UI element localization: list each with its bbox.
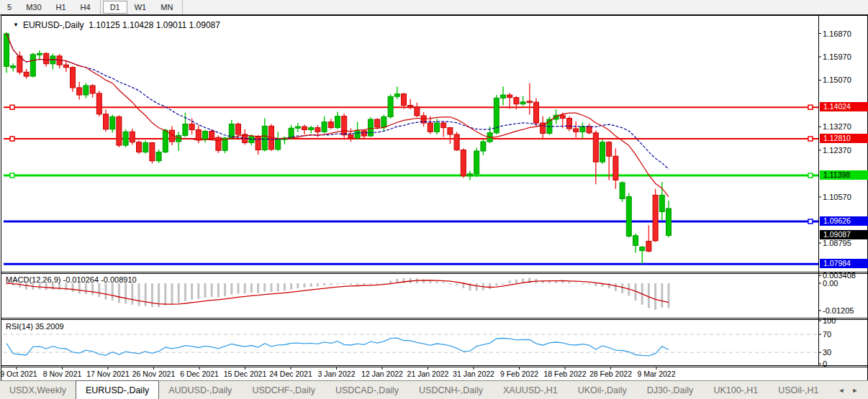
tab-uk100-h1[interactable]: UK100-,H1 [704,381,767,399]
macd-bar [449,283,451,285]
candle-body [143,142,148,152]
macd-bar [52,283,54,290]
macd-bar [304,283,306,288]
rsi-axis-tick: 30 [823,348,831,357]
candle-body [262,126,267,150]
candle-body [626,197,631,237]
candle-body [474,151,479,174]
timeframe-button-h1[interactable]: H1 [49,1,73,14]
candle-body [203,132,208,140]
tab-ukoil-daily[interactable]: UKOil-,Daily [569,381,636,399]
tab-dj30-daily[interactable]: DJ30-,Daily [638,381,703,399]
tab-usdcad-daily[interactable]: USDCAD-,Daily [326,381,408,399]
candle-body [355,131,360,138]
macd-axis-tick: -0.01205 [823,306,854,315]
macd-bar [323,283,325,285]
price-badge-1.09087: 1.09087 [820,230,868,239]
tab-usdchf-daily[interactable]: USDCHF-,Daily [243,381,325,399]
macd-bar [569,282,571,283]
macd-bar [151,283,153,307]
macd-bar [343,283,345,284]
candle-body [402,94,407,106]
timeframe-button-m30[interactable]: M30 [19,1,48,14]
tab-usoil-h1[interactable]: USOil-,H1 [769,381,828,399]
timeframe-button-w1[interactable]: W1 [127,1,154,14]
macd-bar [502,283,505,285]
candle-body [527,101,532,103]
macd-bar [462,283,464,288]
candle-body [90,86,95,93]
macd-bar [429,280,431,283]
macd-bar [515,280,517,283]
candle-body [468,174,473,176]
chart-canvas[interactable] [1,16,867,380]
price-axis-tick: 1.10570 [823,193,851,201]
candle-body [501,95,506,98]
timeframe-button-h4[interactable]: H4 [73,1,98,14]
timeframe-button-d1[interactable]: D1 [103,1,127,14]
candle-body [77,88,82,95]
candle-body [196,129,201,139]
macd-bar [489,283,491,289]
candle-body [633,236,638,246]
candle-body [342,116,347,135]
tabs-scroll-right-icon[interactable]: ► [851,387,858,394]
tab-usdx-weekly[interactable]: USDX,Weekly [0,381,76,399]
candle-body [137,142,142,152]
candle-body [150,142,155,160]
date-label: 6 Dec 2021 [180,370,219,378]
candle-body [415,107,420,116]
macd-bar [476,283,478,290]
timeframe-button-5[interactable]: 5 [0,1,19,14]
candle-body [534,102,539,123]
macd-bar [443,282,445,283]
macd-bar [495,283,497,285]
chart-window[interactable]: ▼EURUSD-,Daily 1.10125 1.10428 1.09011 1… [1,15,868,381]
tab-eurusd-daily[interactable]: EURUSD-,Daily [76,380,159,399]
candle-body [653,195,658,241]
macd-bar [65,283,67,290]
macd-bar [277,283,279,291]
chart-dropdown-icon[interactable]: ▼ [13,22,19,28]
candle-body [640,247,645,251]
symbol-tab-bar: USDX,WeeklyEURUSD-,DailyAUDUSD-,DailyUSD… [0,380,868,399]
candle-body [130,132,135,142]
macd-bar [588,283,590,285]
macd-bar [575,283,577,283]
macd-bar [403,278,405,283]
date-label: 26 Nov 2021 [132,370,176,378]
candle-body [620,183,625,198]
macd-bar [668,283,670,308]
macd-bar [389,280,392,283]
price-badge-1.14024: 1.14024 [820,102,868,111]
macd-bar [350,283,352,285]
candle-body [156,152,161,160]
macd-bar [456,283,458,285]
line-handle [808,105,813,109]
macd-bar [224,283,226,296]
macd-bar [164,283,166,306]
tabs-scroll-left-icon[interactable]: ◄ [838,387,844,394]
tab-usdcnh-daily[interactable]: USDCNH-,Daily [410,381,492,399]
date-label: 31 Jan 2022 [453,370,494,378]
tab-xauusd-h1[interactable]: XAUUSD-,H1 [494,381,567,399]
candle-body [117,116,122,145]
candle-body [428,123,433,132]
macd-bar [211,283,213,297]
timeframe-button-mn[interactable]: MN [153,1,180,14]
candle-body [256,137,261,150]
candle-body [63,65,68,68]
macd-bar [25,283,27,290]
chart-title: ▼EURUSD-,Daily 1.10125 1.10428 1.09011 1… [13,20,220,30]
candle-body [587,127,592,133]
price-badge-1.07984: 1.07984 [820,259,868,268]
price-badge-1.09626: 1.09626 [820,216,868,226]
macd-bar [436,281,438,283]
rsi-layer [4,334,818,356]
candle-body [315,128,320,132]
rsi-line [6,338,669,356]
tab-audusd-daily[interactable]: AUDUSD-,Daily [159,381,241,399]
candle-body [328,122,333,128]
candle-body [30,55,35,76]
candle-body [646,242,651,252]
